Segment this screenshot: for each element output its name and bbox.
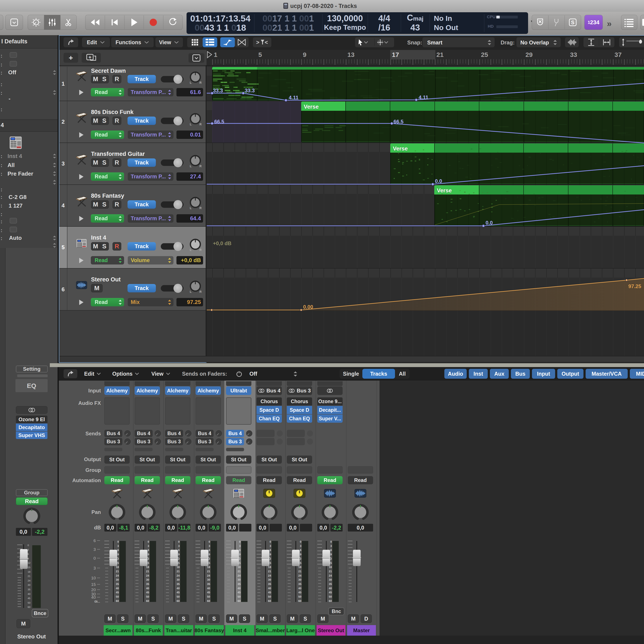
svg-text:21: 21 xyxy=(146,570,149,573)
svg-text:R: R xyxy=(199,81,202,84)
svg-text:9: 9 xyxy=(209,553,210,556)
svg-text:6: 6 xyxy=(178,548,180,552)
svg-text:18: 18 xyxy=(116,565,119,569)
svg-text:0: 0 xyxy=(148,540,149,543)
svg-text:35: 35 xyxy=(238,582,241,586)
svg-text:35: 35 xyxy=(329,582,332,586)
svg-text:40: 40 xyxy=(207,587,210,590)
svg-text:60: 60 xyxy=(329,599,332,603)
svg-text:3: 3 xyxy=(148,544,149,548)
svg-text:15: 15 xyxy=(207,561,210,565)
svg-text:3: 3 xyxy=(270,544,271,548)
svg-text:60: 60 xyxy=(177,599,180,603)
svg-text:15: 15 xyxy=(238,561,241,565)
svg-text:40: 40 xyxy=(298,587,301,590)
svg-text:0: 0 xyxy=(178,540,180,543)
svg-text:40: 40 xyxy=(329,587,332,590)
svg-text:3: 3 xyxy=(330,544,332,548)
svg-text:30: 30 xyxy=(116,578,119,581)
svg-text:60: 60 xyxy=(268,599,271,603)
svg-text:30: 30 xyxy=(207,578,210,581)
svg-text:50: 50 xyxy=(146,595,149,598)
svg-text:21: 21 xyxy=(329,570,332,573)
svg-text:30: 30 xyxy=(177,578,180,581)
svg-text:12: 12 xyxy=(177,557,180,560)
svg-text:40: 40 xyxy=(238,587,241,590)
svg-text:18: 18 xyxy=(268,565,271,569)
svg-text:<: < xyxy=(265,39,268,46)
svg-text:45: 45 xyxy=(238,591,241,594)
svg-text:9: 9 xyxy=(300,553,301,556)
svg-text:9: 9 xyxy=(330,553,332,556)
svg-text:9: 9 xyxy=(148,553,149,556)
svg-text:15: 15 xyxy=(146,561,149,565)
svg-text:12: 12 xyxy=(238,557,241,560)
svg-text:40: 40 xyxy=(146,587,149,590)
svg-text:45: 45 xyxy=(298,591,301,594)
svg-text:18: 18 xyxy=(146,565,149,569)
svg-text:35: 35 xyxy=(268,582,271,586)
svg-text:0: 0 xyxy=(209,540,210,543)
svg-text:L: L xyxy=(190,206,192,210)
svg-text:21: 21 xyxy=(238,570,241,573)
svg-text:9: 9 xyxy=(117,553,119,556)
svg-text:12: 12 xyxy=(207,557,210,560)
svg-text:50: 50 xyxy=(268,595,271,598)
svg-text:30: 30 xyxy=(329,578,332,581)
svg-text:35: 35 xyxy=(146,582,149,586)
svg-text:40: 40 xyxy=(268,587,271,590)
svg-text:L: L xyxy=(190,123,192,126)
svg-text:15: 15 xyxy=(116,561,119,565)
svg-text:12: 12 xyxy=(146,557,149,560)
svg-text:3: 3 xyxy=(117,544,119,548)
svg-text:40: 40 xyxy=(177,587,180,590)
svg-text:+: + xyxy=(88,54,91,60)
svg-text:9: 9 xyxy=(239,553,241,556)
svg-text:R: R xyxy=(199,206,202,210)
svg-text:40: 40 xyxy=(116,587,119,590)
svg-text:12: 12 xyxy=(116,557,119,560)
svg-text:15: 15 xyxy=(177,561,180,565)
svg-text:24: 24 xyxy=(329,574,332,577)
svg-text:6: 6 xyxy=(209,548,210,552)
svg-text:24: 24 xyxy=(238,574,241,577)
svg-text:45: 45 xyxy=(177,591,180,594)
svg-text:6: 6 xyxy=(117,548,119,552)
svg-text:50: 50 xyxy=(238,595,241,598)
svg-text:35: 35 xyxy=(116,582,119,586)
svg-text:0: 0 xyxy=(330,540,332,543)
svg-text:45: 45 xyxy=(207,591,210,594)
svg-text:50: 50 xyxy=(116,595,119,598)
svg-text:15: 15 xyxy=(268,561,271,565)
svg-text:45: 45 xyxy=(116,591,119,594)
svg-text:21: 21 xyxy=(207,570,210,573)
svg-text:30: 30 xyxy=(238,578,241,581)
svg-text:3: 3 xyxy=(178,544,180,548)
svg-text:45: 45 xyxy=(146,591,149,594)
svg-text:24: 24 xyxy=(298,574,302,577)
svg-text:0: 0 xyxy=(239,540,241,543)
svg-text:50: 50 xyxy=(207,595,210,598)
svg-text:3: 3 xyxy=(239,544,241,548)
svg-text:60: 60 xyxy=(116,599,119,603)
svg-text:9: 9 xyxy=(178,553,180,556)
svg-text:18: 18 xyxy=(238,565,241,569)
svg-text:24: 24 xyxy=(177,574,180,577)
svg-text:R: R xyxy=(199,123,202,126)
svg-text:30: 30 xyxy=(298,578,301,581)
svg-text:15: 15 xyxy=(298,561,301,565)
svg-text:S: S xyxy=(571,20,574,25)
svg-text:L: L xyxy=(190,290,192,293)
svg-text:6: 6 xyxy=(270,548,271,552)
svg-text:0: 0 xyxy=(270,540,271,543)
svg-text:24: 24 xyxy=(268,574,271,577)
svg-text:24: 24 xyxy=(207,574,210,577)
svg-text:3: 3 xyxy=(300,544,301,548)
svg-text:60: 60 xyxy=(238,599,241,603)
svg-text:12: 12 xyxy=(268,557,271,560)
svg-text:60: 60 xyxy=(298,599,301,603)
svg-text:6: 6 xyxy=(330,548,332,552)
svg-text:35: 35 xyxy=(298,582,301,586)
svg-text:45: 45 xyxy=(268,591,271,594)
svg-text:18: 18 xyxy=(298,565,301,569)
